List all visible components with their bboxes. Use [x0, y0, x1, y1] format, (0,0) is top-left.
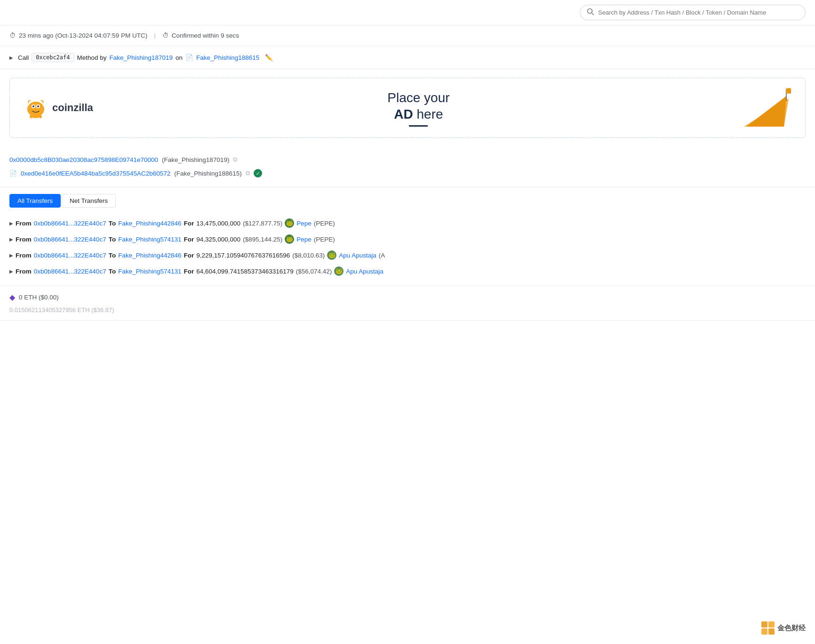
pepe-icon-1: 🐸	[285, 218, 294, 228]
token-paren-3: (A	[379, 252, 385, 259]
ad-text-here: here	[416, 107, 443, 121]
usd-2: ($895,144.25)	[243, 236, 282, 243]
all-transfers-tab[interactable]: All Transfers	[9, 194, 61, 208]
ad-banner[interactable]: coinzilla Place your AD here	[9, 78, 806, 138]
file-icon-to: 📄	[9, 170, 17, 177]
method-badge: 0xcebc2af4	[32, 53, 74, 62]
transfer-row: ▶ From 0xb0b86641...322E440c7 To Fake_Ph…	[9, 231, 806, 247]
for-label-3: For	[184, 252, 194, 259]
search-bar-area	[0, 0, 815, 25]
to-name-2[interactable]: Fake_Phishing574131	[118, 236, 181, 243]
to-name-1[interactable]: Fake_Phishing442846	[118, 220, 181, 227]
to-label-2: To	[109, 236, 116, 243]
timestamp-row: ⏱ 23 mins ago (Oct-13-2024 04:07:59 PM U…	[0, 25, 815, 46]
search-input[interactable]	[598, 9, 799, 16]
transfers-section: All Transfers Net Transfers ▶ From 0xb0b…	[0, 187, 815, 286]
from-name-link[interactable]: Fake_Phishing187019	[110, 54, 173, 61]
triangle-graphic	[744, 87, 791, 129]
row-expand-icon-3[interactable]: ▶	[9, 253, 13, 258]
eth-section: ◆ 0 ETH ($0.00) 0.015062113405327956 ETH…	[0, 286, 815, 321]
svg-point-8	[30, 113, 41, 118]
net-transfers-tab[interactable]: Net Transfers	[62, 194, 116, 208]
svg-point-3	[28, 102, 43, 115]
call-row: ▶ Call 0xcebc2af4 Method by Fake_Phishin…	[0, 46, 815, 69]
tab-buttons: All Transfers Net Transfers	[9, 194, 806, 208]
from-label: (Fake_Phishing187019)	[162, 156, 229, 163]
to-label-1: To	[109, 220, 116, 227]
for-label-4: For	[184, 268, 194, 275]
confirmed-icon: ⏱	[162, 32, 169, 39]
ad-text-line1: Place your	[387, 90, 449, 105]
token-name-4[interactable]: Apu Apustaja	[346, 268, 384, 275]
amount-4: 64,604,099.741585373463316179	[196, 268, 293, 275]
edit-icon[interactable]: ✏️	[265, 54, 273, 61]
from-label-3: From	[16, 252, 32, 259]
usd-4: ($56,074.42)	[296, 268, 332, 275]
ad-underline	[409, 125, 428, 127]
token-name-2[interactable]: Pepe	[296, 236, 312, 243]
to-name-4[interactable]: Fake_Phishing574131	[118, 268, 181, 275]
from-addr-2[interactable]: 0xb0b86641...322E440c7	[34, 236, 106, 243]
from-row: 0x0000db5c8B030ae20308ac975898E09741e700…	[9, 153, 806, 166]
coinzilla-logo: coinzilla	[24, 96, 93, 120]
copy-icon-from[interactable]: ⧉	[233, 156, 237, 163]
svg-point-7	[37, 105, 39, 107]
svg-rect-13	[787, 89, 791, 93]
expand-icon[interactable]: ▶	[9, 55, 13, 60]
from-address-link[interactable]: 0x0000db5c8B030ae20308ac975898E09741e700…	[9, 156, 158, 163]
token-symbol-1: (PEPE)	[314, 220, 335, 227]
monster-icon	[24, 96, 48, 120]
svg-line-1	[592, 13, 594, 15]
to-label-3: To	[109, 252, 116, 259]
from-addr-3[interactable]: 0xb0b86641...322E440c7	[34, 252, 106, 259]
usd-1: ($127,877.75)	[243, 220, 282, 227]
apu-icon-2: 🐸	[334, 266, 344, 276]
timestamp-text: 23 mins ago (Oct-13-2024 04:07:59 PM UTC…	[19, 32, 147, 39]
to-name-3[interactable]: Fake_Phishing442846	[118, 252, 181, 259]
transfer-row: ▶ From 0xb0b86641...322E440c7 To Fake_Ph…	[9, 215, 806, 231]
eth-row-1: ◆ 0 ETH ($0.00)	[9, 293, 806, 302]
token-name-3[interactable]: Apu Apustaja	[339, 252, 376, 259]
method-by-label: Method by	[77, 54, 107, 61]
row-expand-icon[interactable]: ▶	[9, 221, 13, 226]
transfer-row: ▶ From 0xb0b86641...322E440c7 To Fake_Ph…	[9, 263, 806, 279]
copy-icon-to[interactable]: ⧉	[246, 169, 250, 177]
for-label-1: For	[184, 220, 194, 227]
amount-2: 94,325,000,000	[196, 236, 240, 243]
to-address-link[interactable]: 0xed0e416e0fEEA5b484ba5c95d375545AC2b605…	[21, 170, 170, 177]
ad-text: Place your AD here	[93, 89, 744, 122]
file-icon-call: 📄	[185, 54, 193, 61]
to-row: 📄 0xed0e416e0fEEA5b484ba5c95d375545AC2b6…	[9, 166, 806, 180]
on-label: on	[176, 54, 183, 61]
clock-icon: ⏱	[9, 32, 16, 39]
ad-center: Place your AD here	[93, 89, 744, 127]
amount-3: 9,229,157.105940767637616596	[196, 252, 290, 259]
svg-point-6	[32, 105, 34, 107]
eth-row-2: 0.015062113405327956 ETH ($36.87)	[9, 306, 806, 314]
ad-left: coinzilla	[24, 96, 93, 120]
ad-right	[744, 87, 791, 129]
token-symbol-2: (PEPE)	[314, 236, 335, 243]
from-addr-4[interactable]: 0xb0b86641...322E440c7	[34, 268, 106, 275]
token-name-1[interactable]: Pepe	[296, 220, 312, 227]
search-bar[interactable]	[580, 5, 806, 20]
apu-icon-1: 🐸	[327, 250, 336, 260]
from-label-2: From	[16, 236, 32, 243]
amount-1: 13,475,000,000	[196, 220, 240, 227]
to-label-4: To	[109, 268, 116, 275]
verified-check-icon: ✓	[254, 169, 262, 177]
from-label-1: From	[16, 220, 32, 227]
row-expand-icon-4[interactable]: ▶	[9, 269, 13, 274]
from-to-section: 0x0000db5c8B030ae20308ac975898E09741e700…	[0, 146, 815, 187]
coinzilla-brand: coinzilla	[52, 102, 93, 114]
from-label-4: From	[16, 268, 32, 275]
confirmed-text: Confirmed within 9 secs	[172, 32, 239, 39]
to-name-link[interactable]: Fake_Phishing188615	[196, 54, 259, 61]
eth-value-2: 0.015062113405327956 ETH ($36.87)	[9, 306, 114, 314]
svg-marker-10	[746, 96, 786, 127]
ad-text-bold: AD	[394, 107, 413, 121]
transfer-row: ▶ From 0xb0b86641...322E440c7 To Fake_Ph…	[9, 247, 806, 263]
from-addr-1[interactable]: 0xb0b86641...322E440c7	[34, 220, 106, 227]
call-label: Call	[18, 54, 29, 61]
row-expand-icon-2[interactable]: ▶	[9, 237, 13, 242]
